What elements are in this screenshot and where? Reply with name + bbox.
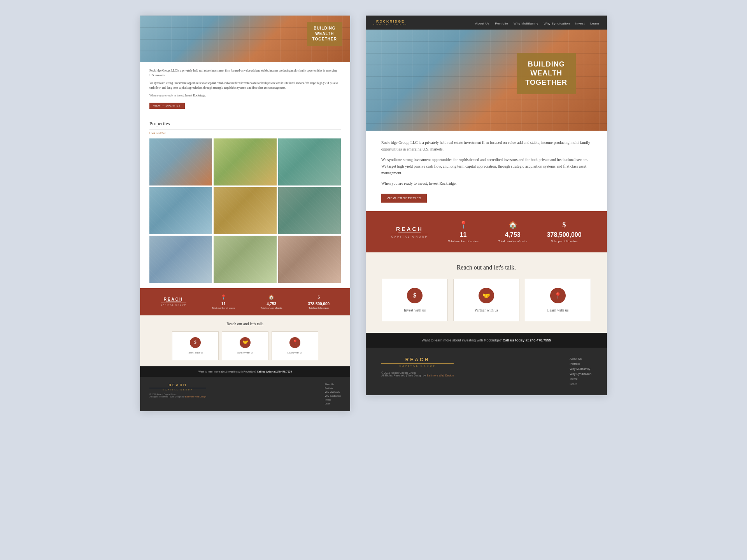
footer-invest-right[interactable]: Invest	[570, 377, 591, 381]
learn-label-left: Learn with us	[277, 351, 313, 354]
nav-invest[interactable]: Invest	[575, 22, 585, 25]
footer-dark-right: Want to learn more about investing with …	[366, 333, 607, 348]
property-thumb-8[interactable]	[214, 236, 276, 283]
stat-label-units-left: Total number of units	[261, 307, 282, 309]
property-thumb-5[interactable]	[214, 187, 276, 234]
footer-portfolio-right[interactable]: Portfolio	[570, 362, 591, 366]
footer-main-right: REACH CAPITAL GROUP © 2019 Reach Capital…	[366, 348, 607, 395]
stat-label-states-right: Total number of states	[448, 240, 479, 243]
stat-number-value-right: 378,500,000	[547, 231, 582, 238]
property-thumb-3[interactable]	[278, 138, 341, 186]
intro-p3-left: When you are ready to invest, Invest Roc…	[149, 93, 341, 98]
dollar-icon-left: $	[308, 294, 330, 300]
footer-links-left: About Us Portfolio Why Multifamily Why S…	[325, 383, 341, 405]
stat-states-right: 📍 11 Total number of states	[448, 220, 479, 243]
stat-value-right: $ 378,500,000 Total portfolio value	[547, 221, 582, 243]
house-icon-right: 🏠	[498, 220, 527, 229]
stat-number-value-left: 378,500,000	[308, 302, 330, 306]
nav-links: About Us Portfolio Why Multifamily Why S…	[475, 19, 599, 26]
hero-image-left: BUILDING WEALTH TOGETHER	[140, 16, 350, 62]
invest-label-left: Invest with us	[177, 351, 214, 354]
footer-portfolio-left[interactable]: Portfolio	[325, 387, 341, 389]
stat-states-left: 📍 11 Total number of states	[212, 294, 235, 309]
stat-number-states-left: 11	[212, 302, 235, 306]
reach-logo-text-right: REACH	[391, 226, 428, 232]
footer-learn-right[interactable]: Learn	[570, 382, 591, 386]
footer-main-left: REACH CAPITAL GROUP © 2019 Reach Capital…	[140, 377, 350, 411]
partner-card-right[interactable]: 🤝 Partner with us	[453, 279, 519, 321]
reach-out-title-right: Reach out and let's talk.	[381, 264, 591, 271]
intro-p1-right: Rockridge Group, LLC is a privately held…	[381, 139, 591, 152]
nav-about[interactable]: About Us	[475, 22, 489, 25]
nav-syndication[interactable]: Why Syndication	[544, 22, 570, 25]
learn-label-right: Learn with us	[532, 308, 584, 312]
stat-label-units-right: Total number of units	[498, 240, 527, 243]
properties-section: Properties Look and See	[140, 115, 350, 288]
partner-label-left: Partner with us	[227, 351, 263, 354]
intro-p1-left: Rockridge Group, LLC is a privately held…	[149, 68, 341, 78]
graduate-icon-left: 📍	[289, 337, 300, 348]
hero-badge-right: BUILDING WEALTH TOGETHER	[517, 53, 576, 94]
footer-about-left[interactable]: About Us	[325, 383, 341, 385]
nav-learn[interactable]: Learn	[590, 22, 599, 25]
intro-p3-right: When you are ready to invest, Invest Roc…	[381, 180, 591, 187]
invest-card-right[interactable]: $ Invest with us	[382, 279, 448, 321]
nav-portfolio[interactable]: Portfolio	[495, 22, 508, 25]
footer-reach-logo-left: REACH CAPITAL GROUP © 2019 Reach Capital…	[149, 383, 206, 398]
footer-invest-left[interactable]: Invest	[325, 399, 341, 401]
reach-cards-left: $ Invest with us 🤝 Partner with us 📍 Lea…	[148, 331, 342, 360]
stat-value-left: $ 378,500,000 Total portfolio value	[308, 294, 330, 309]
stats-bar-left: REACH CAPITAL GROUP 📍 11 Total number of…	[140, 288, 350, 315]
dollar-icon-right: $	[547, 221, 582, 229]
property-grid	[149, 138, 341, 283]
property-thumb-1[interactable]	[149, 138, 212, 186]
view-properties-button-left[interactable]: VIEW PROPERTIES	[149, 103, 185, 109]
footer-copyright-right: © 2019 Reach Capital Group All Rights Re…	[381, 371, 454, 377]
nav-multifamily[interactable]: Why Multifamily	[514, 22, 538, 25]
intro-section-right: Rockridge Group, LLC is a privately held…	[366, 131, 607, 211]
stat-label-value-right: Total portfolio value	[547, 240, 582, 243]
location-icon-left: 📍	[212, 294, 235, 300]
properties-title: Properties	[149, 121, 341, 130]
footer-reach-logo-right: REACH CAPITAL GROUP © 2019 Reach Capital…	[381, 357, 454, 377]
invest-card-left[interactable]: $ Invest with us	[172, 331, 219, 360]
property-thumb-9[interactable]	[278, 236, 341, 283]
footer-syndication-right[interactable]: Why Syndication	[570, 372, 591, 376]
look-see-link[interactable]: Look and See	[149, 132, 341, 135]
property-thumb-6[interactable]	[278, 187, 341, 234]
property-thumb-2[interactable]	[214, 138, 276, 186]
footer-multifamily-left[interactable]: Why Multifamily	[325, 391, 341, 393]
reach-cards-right: $ Invest with us 🤝 Partner with us 📍 Lea…	[381, 279, 591, 321]
handshake-icon-left: 🤝	[240, 337, 251, 348]
stats-bar-right: REACH CAPITAL GROUP 📍 11 Total number of…	[366, 211, 607, 252]
footer-learn-left[interactable]: Learn	[325, 402, 341, 405]
learn-card-left[interactable]: 📍 Learn with us	[272, 331, 318, 360]
footer-multifamily-right[interactable]: Why Multifamily	[570, 367, 591, 371]
partner-card-left[interactable]: 🤝 Partner with us	[222, 331, 268, 360]
view-properties-button-right[interactable]: VIEW PROPERTIES	[381, 194, 427, 203]
reach-logo-sub-right: CAPITAL GROUP	[391, 234, 428, 238]
stat-number-units-left: 4,753	[261, 302, 282, 306]
footer-syndication-left[interactable]: Why Syndication	[325, 395, 341, 397]
left-panel: BUILDING WEALTH TOGETHER Rockridge Group…	[140, 16, 350, 411]
dollar-circle-icon-left: $	[190, 337, 201, 348]
nav-logo: ROCKRIDGE CAPITAL GROUP	[374, 19, 407, 26]
footer-link-col-right: About Us Portfolio Why Multifamily Why S…	[570, 357, 591, 386]
learn-card-right[interactable]: 📍 Learn with us	[525, 279, 591, 321]
right-panel: ROCKRIDGE CAPITAL GROUP About Us Portfol…	[366, 16, 607, 395]
handshake-icon-right: 🤝	[479, 288, 494, 303]
dollar-circle-icon-right: $	[407, 288, 423, 303]
hero-image-right: BUILDING WEALTH TOGETHER	[366, 30, 607, 131]
property-thumb-4[interactable]	[149, 187, 212, 234]
nav-bar: ROCKRIDGE CAPITAL GROUP About Us Portfol…	[366, 16, 607, 30]
learn-icon-right: 📍	[550, 288, 566, 303]
stat-number-states-right: 11	[448, 231, 479, 238]
footer-dark-left: Want to learn more about investing with …	[140, 366, 350, 377]
stat-label-value-left: Total portfolio value	[308, 307, 330, 309]
stat-units-left: 🏠 4,753 Total number of units	[261, 294, 282, 309]
footer-dark-text-right: Want to learn more about investing with …	[377, 338, 595, 342]
footer-about-right[interactable]: About Us	[570, 357, 591, 360]
property-thumb-7[interactable]	[149, 236, 212, 283]
hero-badge-left: BUILDING WEALTH TOGETHER	[307, 22, 342, 46]
footer-copyright-left: © 2019 Reach Capital Group All Rights Re…	[149, 393, 206, 398]
